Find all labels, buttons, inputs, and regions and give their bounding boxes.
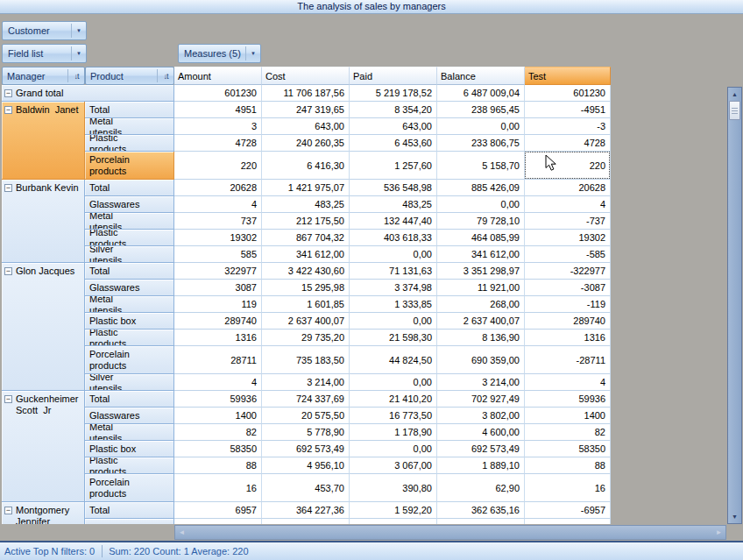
value-cell[interactable] (437, 519, 525, 524)
product-row-header[interactable]: Porcelain products (85, 346, 174, 374)
value-cell[interactable]: 247 319,65 (262, 102, 350, 118)
value-cell[interactable]: 3 214,00 (262, 374, 350, 391)
manager-row-header[interactable]: −Burbank Kevin (2, 180, 85, 263)
value-cell[interactable]: 119 (174, 296, 262, 313)
value-cell[interactable]: 724 337,69 (262, 391, 350, 408)
value-cell[interactable] (525, 519, 611, 524)
value-cell[interactable]: 5 158,70 (437, 152, 525, 180)
value-cell[interactable]: 483,25 (350, 196, 437, 213)
value-cell[interactable]: 643,00 (350, 118, 437, 135)
product-row-header[interactable]: Metal utensils (85, 296, 174, 313)
sort-ascending-icon[interactable]: ↓t (158, 72, 173, 81)
value-cell[interactable]: 867 704,32 (262, 230, 350, 246)
value-cell[interactable]: 3 214,00 (437, 374, 525, 391)
manager-row-header[interactable]: −Guckenheimer Scott Jr (2, 391, 85, 502)
value-cell[interactable]: 3 374,98 (350, 280, 437, 296)
value-cell[interactable]: 3 067,00 (350, 457, 437, 474)
value-cell[interactable]: 3 802,00 (437, 408, 525, 424)
product-row-header[interactable]: Plastic products (85, 135, 174, 152)
manager-row-header[interactable]: −Baldwin Janet (2, 102, 85, 180)
value-cell[interactable]: 16 773,50 (350, 408, 437, 424)
product-field-header[interactable]: Product↓t (85, 67, 174, 85)
product-row-header[interactable]: Plastic box (85, 313, 174, 330)
value-cell[interactable]: 364 227,36 (262, 502, 350, 519)
value-cell[interactable]: 8 136,90 (437, 330, 525, 346)
value-cell[interactable]: 3 422 430,60 (262, 263, 350, 280)
value-cell[interactable]: 3 (174, 118, 262, 135)
value-cell[interactable]: 4728 (174, 135, 262, 152)
value-cell[interactable]: 20 575,50 (262, 408, 350, 424)
value-cell[interactable]: 6 453,60 (350, 135, 437, 152)
product-row-header[interactable]: Metal utensils (85, 118, 174, 135)
value-cell[interactable]: 233 806,75 (437, 135, 525, 152)
manager-row-header[interactable]: −Glon Jacques (2, 263, 85, 391)
value-cell[interactable]: 643,00 (262, 118, 350, 135)
value-cell[interactable]: 132 447,40 (350, 213, 437, 230)
value-cell[interactable]: 585 (174, 246, 262, 263)
value-cell[interactable]: 2 637 400,07 (437, 313, 525, 330)
customer-filter-button[interactable]: Customer ▼ (2, 21, 87, 40)
value-cell[interactable]: 4 (174, 196, 262, 213)
product-row-header[interactable]: Plastic products (85, 230, 174, 246)
product-row-header[interactable]: Total (85, 180, 174, 196)
grand-total-row-header[interactable]: −Grand total (2, 85, 174, 102)
value-cell[interactable]: 21 598,30 (350, 330, 437, 346)
column-header-paid[interactable]: Paid (350, 67, 437, 85)
column-header-test[interactable]: Test (525, 67, 611, 85)
value-cell[interactable]: 4951 (174, 102, 262, 118)
column-header-cost[interactable]: Cost (262, 67, 350, 85)
product-row-header[interactable]: Total (85, 391, 174, 408)
value-cell[interactable]: 58350 (174, 441, 262, 457)
value-cell[interactable]: 735 183,50 (262, 346, 350, 374)
value-cell[interactable]: 5 778,90 (262, 424, 350, 441)
value-cell[interactable] (174, 519, 262, 524)
value-cell[interactable]: 6 416,30 (262, 152, 350, 180)
product-row-header[interactable]: Glasswares (85, 408, 174, 424)
value-cell[interactable]: 322977 (174, 263, 262, 280)
value-cell[interactable]: 71 131,63 (350, 263, 437, 280)
value-cell[interactable]: 11 706 187,56 (262, 85, 350, 102)
product-row-header[interactable]: Total (85, 263, 174, 280)
value-cell[interactable]: 4 956,10 (262, 457, 350, 474)
chevron-down-icon[interactable]: ▼ (72, 51, 86, 56)
value-cell[interactable]: 212 175,50 (262, 213, 350, 230)
value-cell[interactable]: 220 (525, 152, 611, 180)
product-row-header[interactable]: Total (85, 502, 174, 519)
measures-button[interactable]: Measures (5) ▼ (178, 44, 261, 63)
horizontal-scrollbar[interactable]: ◄ ► (174, 525, 726, 540)
value-cell[interactable]: 82 (525, 424, 611, 441)
value-cell[interactable]: 289740 (174, 313, 262, 330)
scroll-up-icon[interactable]: ▲ (728, 88, 741, 101)
field-list-button[interactable]: Field list ▼ (2, 44, 87, 63)
value-cell[interactable]: 1 889,10 (437, 457, 525, 474)
manager-field-header[interactable]: Manager↓t (2, 67, 85, 85)
value-cell[interactable]: 28711 (174, 346, 262, 374)
value-cell[interactable]: 690 359,00 (437, 346, 525, 374)
value-cell[interactable]: 737 (174, 213, 262, 230)
value-cell[interactable]: 1316 (525, 330, 611, 346)
value-cell[interactable]: 88 (525, 457, 611, 474)
value-cell[interactable]: 4 600,00 (437, 424, 525, 441)
sort-ascending-icon[interactable]: ↓t (68, 72, 84, 81)
chevron-down-icon[interactable]: ▼ (72, 28, 86, 33)
scroll-left-icon[interactable]: ◄ (175, 528, 188, 536)
value-cell[interactable]: 3087 (174, 280, 262, 296)
product-row-header[interactable]: Glasswares (85, 196, 174, 213)
value-cell[interactable]: 464 085,99 (437, 230, 525, 246)
value-cell[interactable]: 0,00 (350, 313, 437, 330)
value-cell[interactable]: 238 965,45 (437, 102, 525, 118)
value-cell[interactable]: 483,25 (262, 196, 350, 213)
value-cell[interactable]: 29 735,20 (262, 330, 350, 346)
value-cell[interactable]: 59936 (525, 391, 611, 408)
value-cell[interactable]: 289740 (525, 313, 611, 330)
value-cell[interactable]: 62,90 (437, 474, 525, 502)
value-cell[interactable]: 268,00 (437, 296, 525, 313)
vertical-scrollbar-thumb[interactable] (729, 101, 740, 120)
product-row-header[interactable] (85, 519, 174, 524)
value-cell[interactable]: 1400 (174, 408, 262, 424)
value-cell[interactable]: 16 (174, 474, 262, 502)
value-cell[interactable]: 5 219 178,52 (350, 85, 437, 102)
value-cell[interactable]: -6957 (525, 502, 611, 519)
value-cell[interactable]: 0,00 (350, 246, 437, 263)
value-cell[interactable]: 16 (525, 474, 611, 502)
